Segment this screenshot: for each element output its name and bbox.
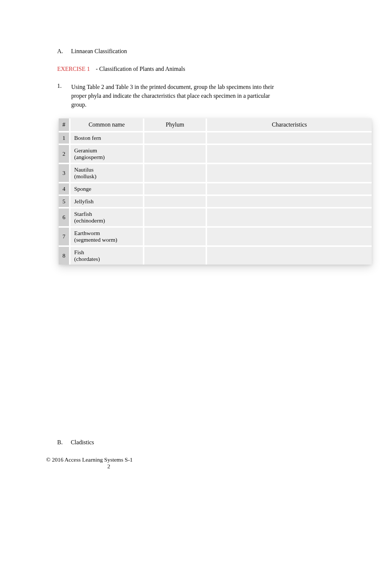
row-phylum[interactable] xyxy=(144,246,206,265)
row-number: 6 xyxy=(59,208,70,227)
table-row: 1 Boston fern xyxy=(59,132,372,144)
footer-copyright: © 2016 Access Learning Systems S-1 xyxy=(46,456,133,463)
row-number: 7 xyxy=(59,227,70,246)
section-b-letter: B. xyxy=(57,439,63,446)
table-row: 4 Sponge xyxy=(59,183,372,195)
section-b-title: Cladistics xyxy=(71,439,94,445)
row-characteristics[interactable] xyxy=(206,208,372,227)
page-footer: © 2016 Access Learning Systems S-1 2 xyxy=(46,456,133,470)
row-characteristics[interactable] xyxy=(206,144,372,163)
exercise-dash: - xyxy=(96,66,97,72)
classification-table-container: # Common name Phylum Characteristics 1 B… xyxy=(59,118,372,265)
section-a-header: A. Linnaean Classification xyxy=(54,48,338,55)
table-body: 1 Boston fern 2 Geranium(angiosperm) 3 N… xyxy=(59,132,372,265)
exercise-label: EXERCISE 1 xyxy=(57,66,90,72)
header-characteristics: Characteristics xyxy=(206,118,372,132)
row-characteristics[interactable] xyxy=(206,183,372,195)
row-characteristics[interactable] xyxy=(206,195,372,208)
row-common-name: Boston fern xyxy=(70,132,144,144)
classification-table: # Common name Phylum Characteristics 1 B… xyxy=(59,118,372,265)
row-phylum[interactable] xyxy=(144,132,206,144)
row-common-name: Sponge xyxy=(70,183,144,195)
exercise-title: Classification of Plants and Animals xyxy=(99,66,185,72)
row-number: 1 xyxy=(59,132,70,144)
row-common-name: Earthworm(segmented worm) xyxy=(70,227,144,246)
row-phylum[interactable] xyxy=(144,195,206,208)
section-a-title: Linnaean Classification xyxy=(71,48,127,54)
table-row: 8 Fish(chordates) xyxy=(59,246,372,265)
header-common-name: Common name xyxy=(70,118,144,132)
row-common-name: Nautilus(mollusk) xyxy=(70,163,144,183)
row-phylum[interactable] xyxy=(144,144,206,163)
question-block: 1. Using Table 2 and Table 3 in the prin… xyxy=(54,83,338,109)
row-characteristics[interactable] xyxy=(206,163,372,183)
row-number: 5 xyxy=(59,195,70,208)
question-text: Using Table 2 and Table 3 in the printed… xyxy=(71,83,278,109)
table-row: 7 Earthworm(segmented worm) xyxy=(59,227,372,246)
exercise-line: EXERCISE 1 - Classification of Plants an… xyxy=(54,66,338,72)
section-b-header: B. Cladistics xyxy=(57,439,94,446)
row-common-name: Fish(chordates) xyxy=(70,246,144,265)
row-number: 4 xyxy=(59,183,70,195)
row-characteristics[interactable] xyxy=(206,132,372,144)
question-number: 1. xyxy=(57,83,62,109)
row-common-name: Starfish(echinoderm) xyxy=(70,208,144,227)
table-row: 6 Starfish(echinoderm) xyxy=(59,208,372,227)
row-characteristics[interactable] xyxy=(206,227,372,246)
table-header-row: # Common name Phylum Characteristics xyxy=(59,118,372,132)
row-phylum[interactable] xyxy=(144,163,206,183)
row-number: 2 xyxy=(59,144,70,163)
row-phylum[interactable] xyxy=(144,208,206,227)
header-number: # xyxy=(59,118,70,132)
row-phylum[interactable] xyxy=(144,183,206,195)
table-row: 2 Geranium(angiosperm) xyxy=(59,144,372,163)
row-number: 3 xyxy=(59,163,70,183)
row-common-name: Jellyfish xyxy=(70,195,144,208)
table-row: 5 Jellyfish xyxy=(59,195,372,208)
table-row: 3 Nautilus(mollusk) xyxy=(59,163,372,183)
row-number: 8 xyxy=(59,246,70,265)
row-common-name: Geranium(angiosperm) xyxy=(70,144,144,163)
section-a-letter: A. xyxy=(57,48,63,55)
row-phylum[interactable] xyxy=(144,227,206,246)
row-characteristics[interactable] xyxy=(206,246,372,265)
header-phylum: Phylum xyxy=(144,118,206,132)
footer-page-number: 2 xyxy=(85,463,133,470)
